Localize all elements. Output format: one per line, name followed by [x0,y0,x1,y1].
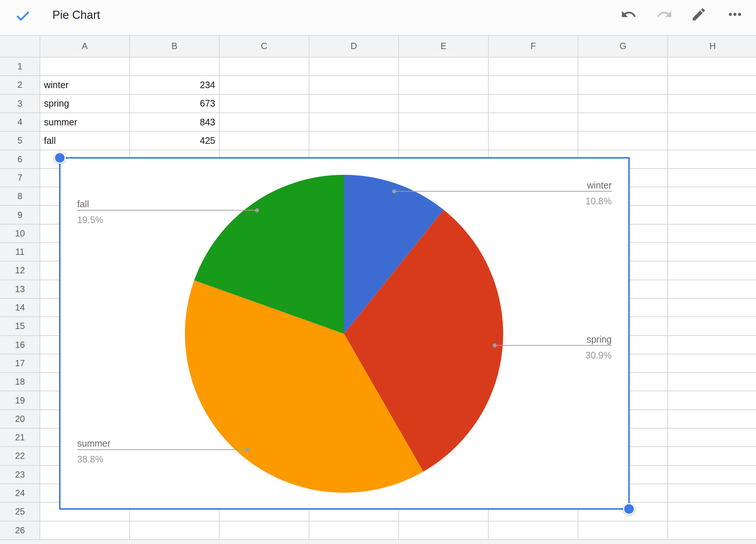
cell-F4[interactable] [488,113,578,131]
cell-A4[interactable]: summer [40,113,130,131]
cell-G26[interactable] [578,521,668,540]
row-header-11[interactable]: 11 [0,243,40,261]
row-header-23[interactable]: 23 [0,465,40,484]
cell-B3[interactable]: 673 [130,94,219,113]
column-header-A[interactable]: A [40,35,130,57]
cell-H12[interactable] [668,261,756,280]
row-header-13[interactable]: 13 [0,280,40,298]
row-header-20[interactable]: 20 [0,410,40,428]
cell-A26[interactable] [40,521,130,540]
cell-H8[interactable] [668,187,756,205]
cell-H22[interactable] [668,447,756,465]
cell-H5[interactable] [668,131,756,150]
row-header-5[interactable]: 5 [0,131,40,150]
cell-G4[interactable] [578,113,668,131]
edit-button[interactable] [691,6,707,22]
column-header-D[interactable]: D [309,35,399,57]
cell-D5[interactable] [309,131,399,150]
cell-B5[interactable]: 425 [130,131,219,150]
row-header-1[interactable]: 1 [0,57,40,76]
row-header-3[interactable]: 3 [0,94,40,113]
cell-E1[interactable] [399,57,488,76]
undo-button[interactable] [621,6,637,22]
cell-F3[interactable] [488,94,578,113]
cell-H1[interactable] [668,57,756,76]
cell-H14[interactable] [668,298,756,317]
row-header-6[interactable]: 6 [0,150,40,169]
cell-H9[interactable] [668,205,756,224]
cell-H11[interactable] [668,243,756,261]
cell-C5[interactable] [219,131,309,150]
cell-H19[interactable] [668,391,756,409]
row-header-19[interactable]: 19 [0,391,40,409]
row-header-18[interactable]: 18 [0,373,40,391]
cell-B2[interactable]: 234 [130,76,219,94]
cell-H25[interactable] [668,502,756,521]
row-header-17[interactable]: 17 [0,354,40,373]
column-header-C[interactable]: C [219,35,309,57]
redo-button[interactable] [656,6,673,22]
cell-F26[interactable] [488,521,578,540]
cell-B1[interactable] [130,57,219,76]
column-header-E[interactable]: E [399,35,488,57]
cell-E5[interactable] [399,131,488,150]
cell-H7[interactable] [668,169,756,187]
column-header-B[interactable]: B [130,35,219,57]
cell-D1[interactable] [309,57,399,76]
cell-F2[interactable] [488,76,578,94]
cell-E4[interactable] [399,113,488,131]
cell-H26[interactable] [668,521,756,540]
cell-B26[interactable] [130,521,219,540]
selected-chart[interactable]: winter10.8%spring30.9%summer38.8%fall19.… [59,157,630,510]
cell-H6[interactable] [668,150,756,169]
cell-A1[interactable] [40,57,130,76]
row-header-22[interactable]: 22 [0,447,40,465]
cell-E3[interactable] [399,94,488,113]
cell-C2[interactable] [219,76,309,94]
cell-H18[interactable] [668,373,756,391]
row-header-10[interactable]: 10 [0,224,40,243]
cell-G1[interactable] [578,57,668,76]
document-title[interactable]: Pie Chart [52,0,100,30]
cell-B4[interactable]: 843 [130,113,219,131]
row-header-8[interactable]: 8 [0,187,40,205]
cell-H2[interactable] [668,76,756,94]
cell-H24[interactable] [668,484,756,502]
cell-H20[interactable] [668,410,756,428]
row-header-24[interactable]: 24 [0,484,40,502]
cell-G3[interactable] [578,94,668,113]
cell-F1[interactable] [488,57,578,76]
cell-H16[interactable] [668,336,756,354]
cell-H21[interactable] [668,428,756,447]
cell-G5[interactable] [578,131,668,150]
row-header-26[interactable]: 26 [0,521,40,540]
cell-D2[interactable] [309,76,399,94]
row-header-12[interactable]: 12 [0,261,40,280]
row-header-16[interactable]: 16 [0,336,40,354]
cell-C4[interactable] [219,113,309,131]
cell-C26[interactable] [219,521,309,540]
cell-D4[interactable] [309,113,399,131]
cell-E2[interactable] [399,76,488,94]
column-header-F[interactable]: F [488,35,578,57]
cell-A3[interactable]: spring [40,94,130,113]
row-header-25[interactable]: 25 [0,502,40,521]
cell-D3[interactable] [309,94,399,113]
cell-A2[interactable]: winter [40,76,130,94]
done-check-button[interactable] [15,7,31,24]
more-menu-button[interactable] [727,6,743,22]
cell-F5[interactable] [488,131,578,150]
selection-handle-top-left[interactable] [54,152,66,164]
column-header-H[interactable]: H [668,35,756,57]
cell-H15[interactable] [668,317,756,335]
cell-H3[interactable] [668,94,756,113]
column-header-G[interactable]: G [578,35,668,57]
cell-C1[interactable] [219,57,309,76]
cell-D26[interactable] [309,521,399,540]
cell-A5[interactable]: fall [40,131,130,150]
cell-H4[interactable] [668,113,756,131]
row-header-21[interactable]: 21 [0,428,40,447]
cell-C3[interactable] [219,94,309,113]
row-header-7[interactable]: 7 [0,169,40,187]
cell-H17[interactable] [668,354,756,373]
